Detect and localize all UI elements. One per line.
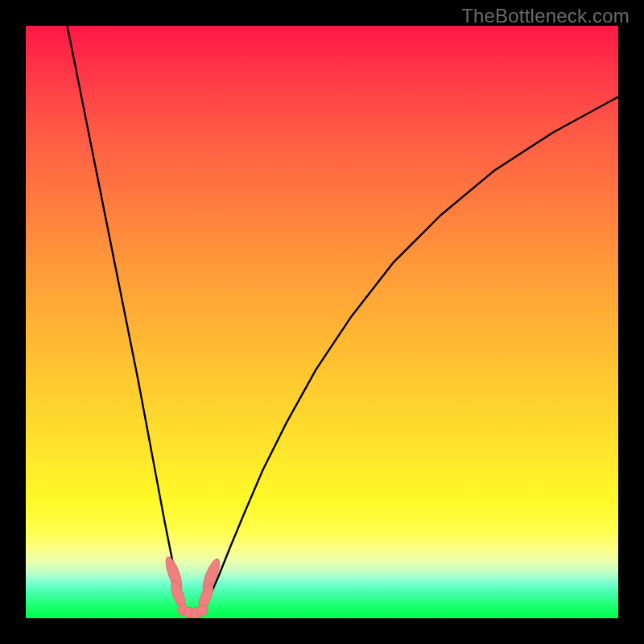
chart-frame: TheBottleneck.com bbox=[0, 0, 644, 644]
curve-marker bbox=[197, 605, 208, 616]
plot-area bbox=[26, 26, 618, 618]
bottleneck-curve bbox=[68, 26, 618, 613]
watermark-text: TheBottleneck.com bbox=[461, 5, 630, 27]
curve-layer bbox=[26, 26, 618, 618]
